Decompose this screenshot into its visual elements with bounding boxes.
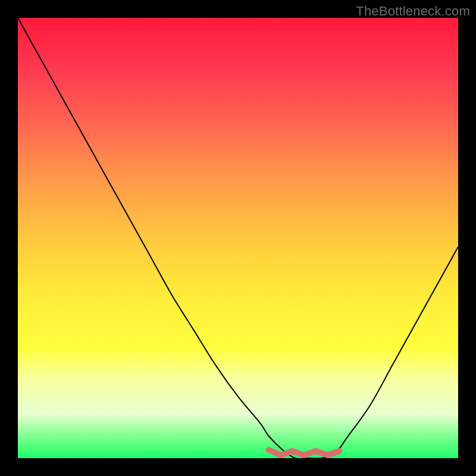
highlight-overlay [269, 450, 339, 455]
watermark-text: TheBottleneck.com [356, 4, 470, 19]
bottleneck-curve [18, 18, 458, 458]
chart-svg [18, 18, 458, 458]
plot-background-gradient [18, 18, 458, 458]
